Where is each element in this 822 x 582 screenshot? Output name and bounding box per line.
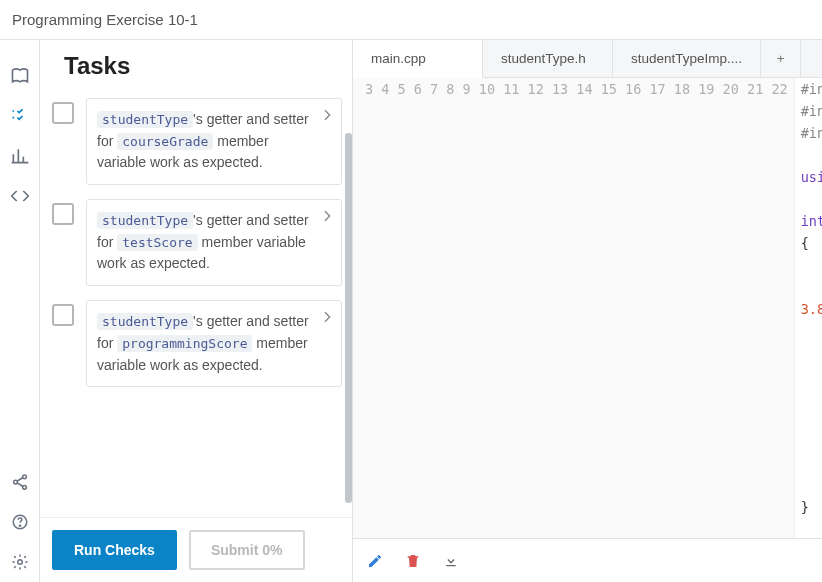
tasks-panel: Tasks studentType's getter and setter fo… [40, 40, 353, 582]
help-icon[interactable] [0, 502, 40, 542]
code-chip: studentType [97, 212, 193, 229]
new-tab-button[interactable]: + [761, 40, 801, 77]
download-icon[interactable] [443, 553, 459, 569]
tab-student-type-h[interactable]: studentType.h [483, 40, 613, 77]
code-chip: courseGrade [117, 133, 213, 150]
task-checkbox[interactable] [52, 304, 74, 326]
task-body[interactable]: studentType's getter and setter for test… [86, 199, 342, 286]
chart-icon[interactable] [0, 136, 40, 176]
page-header: Programming Exercise 10-1 [0, 0, 822, 40]
scrollbar-thumb[interactable] [345, 133, 352, 503]
code-content[interactable]: #include <iostream>#include <string>#inc… [795, 78, 822, 538]
task-checkbox[interactable] [52, 203, 74, 225]
edit-icon[interactable] [367, 553, 383, 569]
page-title: Programming Exercise 10-1 [12, 11, 198, 28]
editor-panel: main.cpp studentType.h studentTypeImp...… [353, 40, 822, 582]
chevron-right-icon[interactable] [319, 208, 335, 224]
tab-main-cpp[interactable]: main.cpp [353, 40, 483, 78]
chevron-right-icon[interactable] [319, 309, 335, 325]
tasks-footer: Run Checks Submit 0% [40, 517, 352, 582]
code-chip: programmingScore [117, 335, 252, 352]
code-icon[interactable] [0, 176, 40, 216]
code-chip: studentType [97, 313, 193, 330]
tasks-list: studentType's getter and setter for cour… [40, 88, 352, 517]
task-body[interactable]: studentType's getter and setter for prog… [86, 300, 342, 387]
code-chip: testScore [117, 234, 197, 251]
share-icon[interactable] [0, 462, 40, 502]
book-icon[interactable] [0, 56, 40, 96]
tab-student-type-imp[interactable]: studentTypeImp.... [613, 40, 761, 77]
task-item: studentType's getter and setter for cour… [40, 88, 352, 189]
run-checks-button[interactable]: Run Checks [52, 530, 177, 570]
code-chip: studentType [97, 111, 193, 128]
task-checkbox[interactable] [52, 102, 74, 124]
tasks-title: Tasks [40, 40, 352, 88]
svg-point-5 [17, 560, 22, 565]
task-item: studentType's getter and setter for test… [40, 189, 352, 290]
left-sidebar [0, 40, 40, 582]
submit-button[interactable]: Submit 0% [189, 530, 305, 570]
trash-icon[interactable] [405, 553, 421, 569]
editor-tabs: main.cpp studentType.h studentTypeImp...… [353, 40, 822, 78]
chevron-right-icon[interactable] [319, 107, 335, 123]
svg-point-4 [19, 525, 20, 526]
gear-icon[interactable] [0, 542, 40, 582]
checklist-icon[interactable] [0, 96, 40, 136]
task-body[interactable]: studentType's getter and setter for cour… [86, 98, 342, 185]
editor-footer [353, 538, 822, 582]
task-item: studentType's getter and setter for prog… [40, 290, 352, 391]
line-gutter: 3 4 5 6 7 8 9 10 11 12 13 14 15 16 17 18… [353, 78, 795, 538]
code-editor[interactable]: 3 4 5 6 7 8 9 10 11 12 13 14 15 16 17 18… [353, 78, 822, 538]
